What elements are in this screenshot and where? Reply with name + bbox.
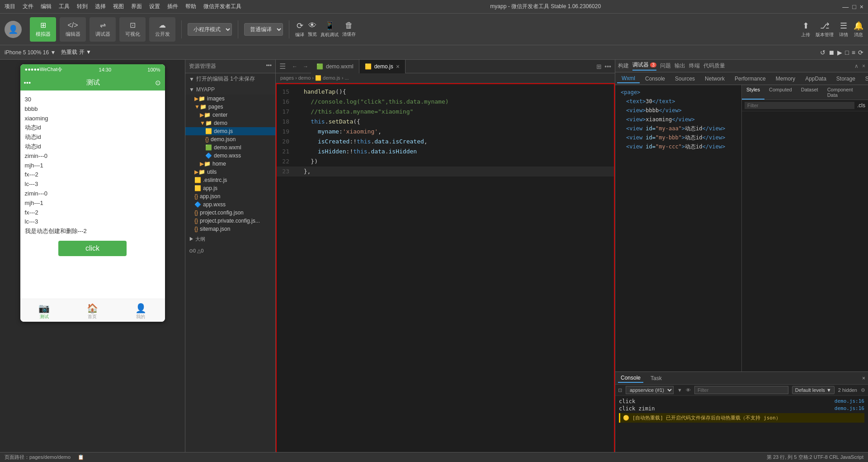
tab-output[interactable]: 输出 — [675, 62, 685, 70]
subtab-memory[interactable]: Memory — [771, 75, 800, 83]
more-editor-icon[interactable]: ••• — [604, 63, 611, 70]
detail-button[interactable]: ☰ 详情 — [839, 21, 848, 38]
console-toolbar-icon[interactable]: ⊡ — [618, 387, 622, 393]
tab-back-icon[interactable]: ← — [289, 63, 300, 70]
play-icon[interactable]: ▶ — [837, 49, 842, 56]
menu-item-goto[interactable]: 转到 — [77, 3, 88, 10]
console-src-2[interactable]: demo.js:16 — [835, 405, 864, 411]
tab-left-icons[interactable]: ☰ — [276, 62, 289, 71]
styles-tab-dataset[interactable]: Dataset — [797, 85, 823, 100]
file-demo-wxss[interactable]: 🔷 demo.wxss — [185, 152, 275, 160]
menu-item-help[interactable]: 帮助 — [185, 3, 196, 10]
cloud-button[interactable]: ☁ 云开发 — [149, 17, 175, 42]
level-select[interactable]: Default levels ▼ — [792, 386, 835, 394]
folder-utils[interactable]: ▶📁 utils — [185, 168, 275, 176]
minimize-button[interactable]: — — [842, 3, 849, 10]
menu-item-plugins[interactable]: 插件 — [167, 3, 178, 10]
menu-item-edit[interactable]: 编辑 — [41, 3, 52, 10]
compile-button[interactable]: ⟳ 编译 — [295, 21, 304, 38]
menu-item-tools[interactable]: 工具 — [59, 3, 70, 10]
file-sitemap[interactable]: {} sitemap.json — [185, 225, 275, 233]
visualize-button[interactable]: ⊡ 可视化 — [119, 17, 146, 42]
tab-mine[interactable]: 👤 我的 — [135, 303, 146, 320]
subtab-network[interactable]: Network — [700, 75, 729, 83]
open-editors-section[interactable]: ▼ 打开的编辑器 1个未保存 — [185, 73, 275, 85]
subtab-sources[interactable]: Sources — [670, 75, 699, 83]
menu-item-view[interactable]: 视图 — [113, 3, 124, 10]
dropdown-icon[interactable]: ▼ — [677, 387, 682, 393]
simulator-button[interactable]: ⊞ 模拟器 — [30, 17, 56, 42]
editor-content[interactable]: 15 handleTap(){ 16 //console.log("click"… — [276, 83, 615, 462]
console-filter-input[interactable] — [694, 386, 788, 394]
console-close-icon[interactable]: × — [862, 375, 865, 381]
real-debug-button[interactable]: 📱 真机调试 — [321, 21, 339, 38]
tab-home[interactable]: 🏠 首页 — [87, 303, 98, 320]
avatar[interactable]: 👤 — [5, 21, 22, 38]
folder-pages[interactable]: ▼📁 pages — [185, 103, 275, 111]
styles-tab-styles[interactable]: Styles — [742, 85, 764, 100]
devtools-close-icon[interactable]: × — [862, 63, 865, 69]
styles-tab-computed[interactable]: Computed — [764, 85, 797, 100]
refresh-icon[interactable]: ↺ — [820, 49, 826, 56]
compile-select[interactable]: 普通编译 — [244, 23, 283, 36]
myapp-root[interactable]: ▼ MYAPP — [185, 85, 275, 95]
subtab-storage[interactable]: Storage — [832, 75, 860, 83]
file-app-js[interactable]: 🟨 app.js — [185, 184, 275, 192]
file-app-json[interactable]: {} app.json — [185, 192, 275, 200]
reload-icon[interactable]: ⟳ — [858, 49, 863, 56]
click-button[interactable]: click — [58, 241, 127, 256]
styles-filter-input[interactable] — [745, 102, 854, 109]
version-button[interactable]: ⎇ 版本管理 — [816, 21, 834, 38]
tab-demo-wxml[interactable]: 🟩 demo.wxml — [311, 60, 359, 73]
tab-code-quality[interactable]: 代码质量 — [703, 62, 725, 70]
tab-demo-js[interactable]: 🟨 demo.js × — [359, 60, 406, 73]
preview-button[interactable]: 👁 预览 — [308, 21, 317, 38]
subtab-console[interactable]: Console — [641, 75, 670, 83]
hotreload-toggle[interactable]: 热重载 开 ▼ — [61, 48, 91, 56]
mode-select[interactable]: 小程序模式 — [188, 23, 232, 36]
menu-item-devtools[interactable]: 微信开发者工具 — [203, 3, 241, 10]
appservice-select[interactable]: appservice (#1) — [626, 386, 674, 394]
folder-home[interactable]: ▶📁 home — [185, 160, 275, 168]
menu-item-file[interactable]: 文件 — [23, 3, 33, 10]
eye-icon[interactable]: 👁 — [686, 387, 691, 393]
message-button[interactable]: 🔔 消息 — [854, 21, 863, 38]
file-demo-wxml[interactable]: 🟩 demo.wxml — [185, 143, 275, 152]
editor-button[interactable]: </> 编辑器 — [60, 17, 86, 42]
console-src-1[interactable]: demo.js:16 — [835, 398, 864, 404]
more-icon[interactable]: ≡ — [852, 49, 855, 56]
stop-icon[interactable]: ⏹ — [828, 49, 835, 56]
console-tab-task[interactable]: Task — [648, 374, 665, 382]
layout-icon[interactable]: □ — [845, 49, 849, 56]
debugger-button[interactable]: ⇌ 调试器 — [90, 17, 116, 42]
subtab-wxml[interactable]: Wxml — [617, 74, 640, 83]
file-project-config[interactable]: {} project.config.json — [185, 209, 275, 217]
code-editor[interactable]: 15 handleTap(){ 16 //console.log("click"… — [276, 83, 615, 462]
menu-item-select[interactable]: 选择 — [95, 3, 106, 10]
file-eslintrc[interactable]: 🟨 .eslintrc.js — [185, 176, 275, 184]
folder-images[interactable]: ▶📁 images — [185, 95, 275, 103]
tab-forward-icon[interactable]: → — [300, 63, 311, 70]
devtools-collapse-icon[interactable]: ∧ — [854, 63, 859, 69]
console-settings-icon[interactable]: ⚙ — [861, 387, 865, 393]
phone-action-icon[interactable]: ⊙ — [155, 79, 161, 87]
subtab-security[interactable]: Security — [861, 75, 868, 83]
tab-debugger[interactable]: 调试器 3 — [632, 61, 656, 71]
phone-menu-icon[interactable]: ••• — [24, 79, 31, 86]
file-demo-json[interactable]: {} demo.json — [185, 135, 275, 143]
menu-item-project[interactable]: 项目 — [5, 3, 15, 10]
subtab-performance[interactable]: Performance — [730, 75, 770, 83]
file-app-wxss[interactable]: 🔷 app.wxss — [185, 200, 275, 209]
tab-build[interactable]: 构建 — [618, 62, 629, 70]
folder-center[interactable]: ▶📁 center — [185, 111, 275, 119]
file-demo-js[interactable]: 🟨 demo.js ➤ — [185, 127, 275, 135]
maximize-button[interactable]: □ — [852, 3, 856, 10]
tab-test[interactable]: 📷 测试 — [38, 303, 50, 320]
tab-issues[interactable]: 问题 — [660, 62, 671, 70]
file-project-private[interactable]: {} project.private.config.js... — [185, 217, 275, 225]
filetree-outline[interactable]: ▶ 大纲 — [185, 233, 275, 245]
upload-button[interactable]: ⬆ 上传 — [801, 21, 810, 38]
tab-terminal[interactable]: 终端 — [689, 62, 700, 70]
device-selector[interactable]: iPhone 5 100% 16 ▼ — [5, 49, 56, 56]
filetree-more-icon[interactable]: ••• — [266, 62, 272, 70]
